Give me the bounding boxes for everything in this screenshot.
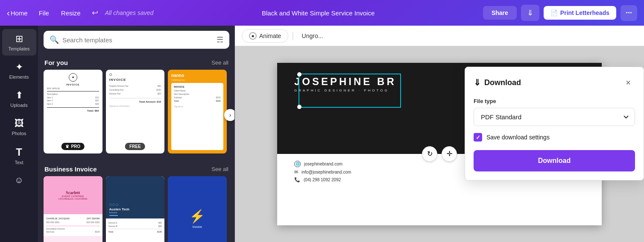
ungroup-button[interactable]: Ungro...	[298, 30, 328, 42]
search-icon: 🔍	[50, 35, 59, 44]
document-title: Black and White Simple Service Invoice	[158, 9, 478, 17]
download-panel-close-button[interactable]: ×	[621, 76, 635, 89]
business-invoice-title: Business Invoice	[44, 165, 97, 173]
print-label: Print Letterheads	[560, 9, 609, 16]
photos-icon: 🖼	[15, 118, 24, 129]
sidebar-icons: ⊞ Templates ✦ Elements ⬆ Uploads 🖼 Photo…	[0, 26, 38, 242]
business-invoice-section-header: Business Invoice See all	[38, 160, 234, 176]
badge-label: FREE	[129, 144, 141, 149]
topbar-left: ‹ Home File Resize ↩ All changes saved	[7, 7, 153, 19]
template-card[interactable]: Scarlett EVENT CATERING LOS ANGELES, CAL…	[44, 176, 102, 242]
back-button[interactable]: ‹ Home	[7, 8, 28, 18]
canvas-toolbar: ● Animate | Ungro...	[235, 26, 644, 46]
file-type-select[interactable]: PDF Standard PDF Print PNG JPG SVG MP4 G…	[474, 108, 635, 126]
for-you-title: For you	[44, 59, 68, 66]
topbar-nav: File Resize	[35, 7, 85, 19]
canvas-controls: ↻ ✛	[422, 146, 457, 162]
download-arrow-icon: ⇓	[527, 9, 533, 17]
crown-icon: ♛	[65, 144, 69, 149]
download-panel: ⇓ Download × File type PDF Standard PDF …	[465, 67, 644, 180]
contact-phone: 📞 (04) 298 1092 2092	[294, 177, 351, 183]
save-settings-row: ✓ Save download settings	[474, 133, 635, 142]
template-card[interactable]: ⚡ Invoice	[168, 176, 227, 242]
for-you-templates-grid: ★ INVOICE BIFF APPLIN Description Item 1…	[38, 70, 234, 160]
sidebar-item-photos[interactable]: 🖼 Photos	[2, 114, 36, 140]
templates-panel: 🔍 ☴ For you See all ★ INVOICE BIFF APPLI…	[38, 26, 235, 242]
smiley-icon: ☺	[15, 175, 23, 185]
contact-info: 🌐 josephinebrand.com ✉ info@josephinebra…	[294, 161, 351, 183]
home-label: Home	[11, 9, 28, 17]
sidebar-item-templates[interactable]: ⊞ Templates	[2, 29, 36, 56]
save-settings-checkbox[interactable]: ✓	[474, 133, 482, 142]
resize-menu-button[interactable]: Resize	[57, 7, 85, 19]
sidebar-item-elements[interactable]: ✦ Elements	[2, 57, 36, 84]
undo-button[interactable]: ↩	[92, 8, 98, 18]
template-card[interactable]: nanno Clothing Co. INVOICE Client Name I…	[168, 70, 227, 153]
move-control-button[interactable]: ✛	[442, 146, 457, 162]
canvas-content: JOSEPHINE BR GRAPHIC DESIGNER · PHOTOG ↻…	[235, 46, 644, 242]
uploads-label: Uploads	[10, 103, 27, 108]
download-button-label: Download	[538, 157, 571, 164]
animate-label: Animate	[259, 32, 281, 39]
sidebar-item-text[interactable]: T Text	[2, 142, 36, 169]
sidebar-item-uploads[interactable]: ⬆ Uploads	[2, 86, 36, 112]
download-button[interactable]: Download	[474, 150, 635, 171]
elements-icon: ✦	[15, 62, 23, 73]
badge-label: PRO	[71, 144, 80, 149]
filter-icon[interactable]: ☴	[217, 35, 223, 44]
print-button[interactable]: 📄 Print Letterheads	[544, 6, 616, 20]
more-options-button[interactable]: ···	[621, 5, 637, 21]
handle-bl	[297, 105, 302, 109]
file-type-label: File type	[474, 98, 635, 104]
download-title-icon: ⇓	[474, 77, 481, 88]
pro-badge: ♛ PRO	[61, 143, 85, 150]
template-card[interactable]: ⬡ ⬡ ⬡ Austen Tech Invoice Service A$50 S…	[106, 176, 165, 242]
download-panel-title: ⇓ Download	[474, 77, 521, 88]
share-button[interactable]: Share	[483, 6, 517, 20]
uploads-icon: ⬆	[15, 90, 23, 101]
templates-next-arrow[interactable]: ›	[224, 109, 235, 121]
phone-icon: 📞	[294, 177, 300, 183]
template-card[interactable]: ⬡ INVOICE Support Amount Tax$50 Consulti…	[106, 70, 165, 153]
template-card[interactable]: ★ INVOICE BIFF APPLIN Description Item 1…	[44, 70, 102, 153]
topbar-right: Share ⇓ 📄 Print Letterheads ···	[483, 5, 637, 21]
checkmark-icon: ✓	[476, 134, 480, 141]
for-you-see-all-button[interactable]: See all	[211, 59, 228, 66]
save-settings-label[interactable]: Save download settings	[486, 134, 550, 141]
business-invoice-see-all-button[interactable]: See all	[211, 166, 228, 172]
globe-icon: 🌐	[294, 161, 301, 167]
business-invoice-grid: Scarlett EVENT CATERING LOS ANGELES, CAL…	[38, 176, 234, 242]
rotate-control-button[interactable]: ↻	[422, 146, 437, 162]
animate-button[interactable]: ● Animate	[242, 29, 288, 43]
separator: |	[292, 31, 294, 41]
autosave-status: All changes saved	[105, 9, 154, 16]
templates-label: Templates	[8, 46, 29, 51]
main-layout: ⊞ Templates ✦ Elements ⬆ Uploads 🖼 Photo…	[0, 26, 644, 242]
sidebar-item-more[interactable]: ☺	[2, 171, 36, 189]
back-arrow-icon: ‹	[7, 8, 10, 18]
animate-circle-icon: ●	[249, 32, 257, 40]
contact-website: 🌐 josephinebrand.com	[294, 161, 351, 167]
topbar: ‹ Home File Resize ↩ All changes saved B…	[0, 0, 644, 26]
free-badge: FREE	[125, 143, 145, 150]
templates-icon: ⊞	[15, 33, 23, 44]
text-icon: T	[16, 146, 22, 158]
text-label: Text	[15, 160, 23, 165]
search-bar: 🔍 ☴	[44, 31, 229, 49]
elements-label: Elements	[9, 74, 29, 80]
search-input[interactable]	[62, 36, 213, 44]
file-menu-button[interactable]: File	[35, 7, 53, 19]
for-you-section-header: For you See all	[38, 54, 234, 70]
download-panel-header: ⇓ Download ×	[474, 76, 635, 89]
download-icon-button[interactable]: ⇓	[521, 5, 539, 21]
photos-label: Photos	[12, 131, 26, 136]
canvas-area: ● Animate | Ungro... JOSEPHINE BR	[235, 26, 644, 242]
email-icon: ✉	[294, 169, 298, 175]
contact-email: ✉ info@josephinebrand.com	[294, 169, 351, 175]
print-icon: 📄	[550, 9, 558, 16]
